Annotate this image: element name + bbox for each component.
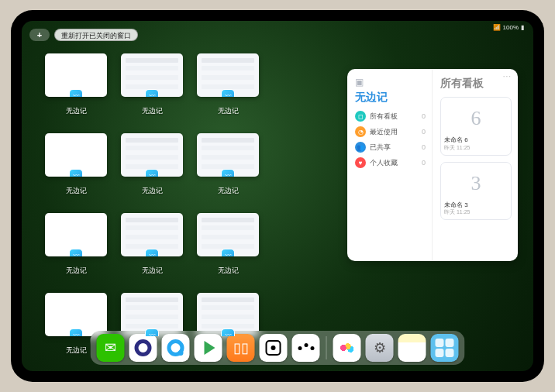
freeform-app-icon — [69, 249, 83, 256]
freeform-app-icon — [221, 89, 235, 97]
freeform-app-icon — [145, 89, 159, 97]
window-card[interactable]: 无边记 — [45, 133, 107, 196]
window-label: 无边记 — [66, 186, 87, 196]
window-thumbnail — [121, 293, 183, 336]
new-window-button[interactable]: + — [29, 29, 50, 41]
sidebar-item-count: 0 — [422, 128, 426, 136]
window-label: 无边记 — [66, 266, 87, 276]
dock-recent-settings[interactable]: ⚙ — [366, 334, 394, 362]
window-thumbnail — [197, 213, 259, 256]
window-thumbnail — [121, 213, 183, 256]
window-thumbnail — [197, 53, 259, 97]
battery-label: 100% — [503, 24, 519, 31]
dock-app-qq-browser[interactable] — [162, 334, 190, 362]
window-label: 无边记 — [218, 186, 239, 196]
window-thumbnail — [45, 133, 107, 177]
wechat-icon: ✉ — [105, 339, 116, 356]
sidebar-toggle-icon[interactable]: ▣ — [355, 77, 426, 88]
quark-icon — [135, 339, 152, 356]
sidebar-item-icon: ◔ — [355, 126, 366, 137]
freeform-app-icon — [69, 169, 83, 177]
sidebar-item-icon: ♥ — [355, 157, 366, 168]
sidebar-item-icon: ◻ — [355, 111, 366, 122]
window-thumbnail — [45, 213, 107, 256]
dock-recent-freeform[interactable] — [333, 334, 361, 362]
sidebar-item-label: 最近使用 — [370, 127, 398, 137]
board-title: 未命名 3 — [444, 201, 508, 209]
freeform-app-icon — [145, 328, 159, 336]
reopen-closed-window-button[interactable]: 重新打开已关闭的窗口 — [54, 29, 138, 41]
window-thumbnail — [197, 293, 259, 336]
board-title: 未命名 6 — [444, 136, 508, 144]
sidebar-item-count: 0 — [422, 143, 426, 151]
freeform-icon — [338, 341, 357, 355]
dock-app-library[interactable] — [431, 334, 459, 362]
freeform-app-icon — [221, 328, 235, 336]
dock-app-wechat[interactable]: ✉ — [97, 334, 125, 362]
board-thumbnail: 6 — [444, 101, 508, 136]
window-card[interactable]: 无边记 — [45, 53, 107, 116]
window-label: 无边记 — [142, 266, 163, 276]
app-library-icon — [433, 336, 457, 359]
board-card[interactable]: 3未命名 3昨天 11:25 — [440, 162, 512, 221]
dock-separator — [326, 336, 327, 359]
battery-icon: ▮ — [521, 24, 524, 31]
board-time: 昨天 11:25 — [444, 144, 508, 152]
window-label: 无边记 — [218, 106, 239, 116]
sidebar-item[interactable]: ◔最近使用0 — [355, 126, 426, 137]
panel-right-title: 所有看板 — [440, 77, 512, 91]
freeform-app-icon — [221, 169, 235, 177]
dock-app-dots[interactable] — [292, 334, 320, 362]
qq-icon — [167, 339, 184, 356]
books-icon: ▯▯ — [233, 339, 249, 356]
dock-app-play[interactable] — [195, 334, 222, 362]
window-label: 无边记 — [218, 266, 239, 276]
window-card[interactable]: 无边记 — [121, 133, 183, 196]
sidebar-item[interactable]: 👥已共享0 — [355, 142, 426, 153]
board-time: 昨天 11:25 — [444, 208, 508, 216]
dice-icon — [266, 340, 281, 356]
window-card[interactable]: 无边记 — [197, 53, 259, 116]
window-grid: 无边记无边记无边记无边记无边记无边记无边记无边记无边记无边记无边记无边记 — [45, 53, 335, 356]
sidebar-item-label: 已共享 — [370, 143, 391, 153]
window-card[interactable]: 无边记 — [45, 213, 107, 276]
dock-app-quark[interactable] — [129, 334, 157, 362]
freeform-app-icon — [69, 89, 83, 97]
plus-icon: + — [37, 30, 42, 40]
play-icon — [205, 341, 215, 355]
ipad-device: 📶 100% ▮ + 重新打开已关闭的窗口 无边记无边记无边记无边记无边记无边记… — [11, 10, 544, 382]
window-card[interactable]: 无边记 — [197, 213, 259, 276]
board-card[interactable]: 6未命名 6昨天 11:25 — [440, 97, 512, 156]
gear-icon: ⚙ — [374, 339, 386, 356]
window-label: 无边记 — [66, 106, 87, 116]
panel-more-button[interactable]: ··· — [503, 72, 512, 81]
freeform-app-icon — [145, 169, 159, 177]
top-bar: + 重新打开已关闭的窗口 — [29, 29, 138, 41]
window-thumbnail — [197, 133, 259, 177]
freeform-app-icon — [69, 328, 83, 336]
sidebar-item[interactable]: ♥个人收藏0 — [355, 157, 426, 168]
sidebar-item[interactable]: ◻所有看板0 — [355, 111, 426, 122]
window-thumbnail — [121, 133, 183, 177]
screen: 📶 100% ▮ + 重新打开已关闭的窗口 无边记无边记无边记无边记无边记无边记… — [22, 21, 533, 371]
sidebar-item-count: 0 — [422, 112, 426, 120]
window-label: 无边记 — [66, 346, 87, 356]
window-card[interactable]: 无边记 — [197, 133, 259, 196]
dock-app-books[interactable]: ▯▯ — [227, 334, 255, 362]
dock-app-dice[interactable] — [260, 334, 288, 362]
window-label: 无边记 — [142, 106, 163, 116]
sidebar-item-count: 0 — [422, 159, 426, 167]
status-bar: 📶 100% ▮ — [493, 24, 524, 31]
sidebar-item-label: 个人收藏 — [370, 158, 398, 168]
board-thumbnail: 3 — [444, 166, 508, 201]
window-thumbnail — [45, 53, 107, 97]
dock-recent-notes[interactable] — [398, 334, 426, 362]
window-label: 无边记 — [142, 186, 163, 196]
freeform-panel[interactable]: ··· ▣ 无边记 ◻所有看板0◔最近使用0👥已共享0♥个人收藏0 所有看板 6… — [347, 69, 518, 261]
dots-icon — [298, 346, 314, 350]
freeform-app-icon — [145, 249, 159, 256]
window-card[interactable]: 无边记 — [121, 53, 183, 116]
panel-sidebar: ▣ 无边记 ◻所有看板0◔最近使用0👥已共享0♥个人收藏0 — [347, 69, 433, 261]
sidebar-item-icon: 👥 — [355, 142, 366, 153]
window-card[interactable]: 无边记 — [121, 213, 183, 276]
